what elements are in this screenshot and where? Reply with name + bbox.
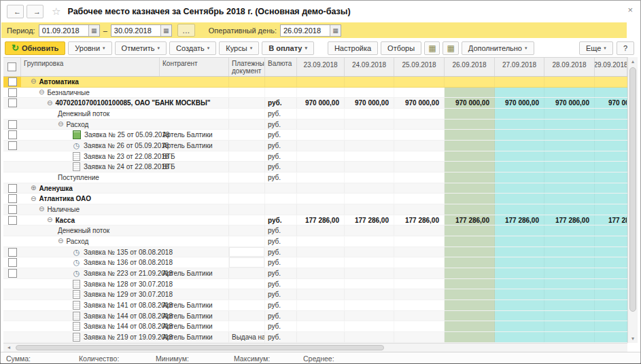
row-checkbox[interactable] [8, 98, 17, 107]
table-row[interactable]: ⊖Расходруб. [3, 236, 627, 247]
currency-cell: руб. [265, 257, 297, 268]
button-label: Обновить [22, 44, 58, 52]
expander-minus-icon[interactable]: ⊖ [39, 206, 44, 213]
table-row[interactable]: Заявка № 23 от 22.08.2018ВТБруб. [3, 151, 627, 162]
currency-cell: руб. [265, 311, 297, 321]
table-row[interactable]: ⊖Кассаруб.177 286,00177 286,00177 286,00… [3, 215, 627, 226]
filters-button[interactable]: Отборы [381, 41, 421, 55]
expander-minus-icon[interactable]: ⊖ [39, 89, 44, 96]
value-text: 177 286,00 [595, 217, 627, 224]
scroll-up-icon[interactable]: ▴ [628, 57, 638, 66]
row-checkbox[interactable] [8, 194, 17, 203]
table-row[interactable]: ◷Заявка № 223 от 21.09.2018Артель Балтик… [3, 268, 627, 279]
mark-button[interactable]: Отметить▾ [115, 41, 167, 55]
row-checkbox[interactable] [8, 141, 17, 150]
levels-button[interactable]: Уровни▾ [68, 41, 111, 55]
create-button[interactable]: Создать▾ [169, 41, 216, 55]
table-row[interactable]: ⊕Аленушка [3, 183, 627, 194]
row-checkbox[interactable] [8, 88, 17, 97]
table-row[interactable]: Заявка № 25 от 05.09.2018Артель Балтикир… [3, 130, 627, 141]
close-icon[interactable]: × [627, 5, 633, 14]
table-row[interactable]: Заявка № 128 от 30.07.2018руб. [3, 279, 627, 290]
calendar-icon[interactable]: ▦ [88, 25, 99, 36]
row-checkbox[interactable] [8, 248, 17, 257]
table-row[interactable]: Заявка № 144 от 08.08.2018Артель Балтики… [3, 311, 627, 322]
table-row[interactable]: Заявка № 129 от 30.07.2018руб. [3, 289, 627, 300]
value-cell-date-0: 970 000,00 [297, 98, 345, 108]
nav-forward-button[interactable]: → [27, 5, 44, 18]
value-cell-date-5 [544, 194, 595, 204]
table-row[interactable]: ⊖Автоматика [3, 77, 627, 88]
to-payment-button[interactable]: В оплату▾ [262, 41, 314, 55]
scroll-down-icon[interactable]: ▾ [628, 334, 638, 343]
value-cell-date-6 [595, 183, 627, 194]
value-cell-date-2 [394, 225, 445, 236]
select-all-checkbox[interactable] [7, 62, 16, 71]
variant-settings-button[interactable]: ▦ [443, 41, 458, 55]
more-button[interactable]: Еще▾ [579, 41, 613, 55]
table-row[interactable]: Заявка № 219 от 19.09.2018Артель Балтики… [3, 332, 627, 343]
table-row[interactable]: ⊖40702010700100100085, ОАО "БАНК МОСКВЫ"… [3, 98, 627, 109]
counterparty-cell [160, 194, 229, 204]
expander-minus-icon[interactable]: ⊖ [58, 238, 63, 244]
favorite-star-icon[interactable]: ☆ [52, 5, 60, 18]
refresh-button[interactable]: ↻Обновить [5, 41, 65, 55]
table-row[interactable]: ◷Заявка № 26 от 05.09.2018Артель Балтики… [3, 141, 627, 151]
row-checkbox[interactable] [8, 77, 17, 86]
horizontal-scrollbar-thumb[interactable] [16, 345, 384, 350]
row-checkbox[interactable] [8, 269, 17, 278]
period-from-input[interactable] [39, 25, 88, 36]
group-cell: Заявка № 144 от 08.08.2018 [21, 311, 160, 321]
table-row[interactable]: Заявка № 24 от 22.08.2018ВТБруб. [3, 162, 627, 172]
period-ellipsis-button[interactable]: ... [177, 24, 195, 37]
value-cell-date-2 [394, 130, 445, 140]
calendar-icon[interactable]: ▦ [330, 25, 341, 36]
period-to-input[interactable] [111, 25, 160, 36]
value-cell-date-5 [544, 204, 595, 215]
value-cell-date-6 [595, 279, 627, 289]
counterparty-cell [160, 109, 229, 119]
row-checkbox[interactable] [8, 130, 17, 139]
horizontal-scrollbar[interactable]: ◂ [3, 343, 627, 352]
expander-minus-icon[interactable]: ⊖ [47, 100, 52, 107]
table-row[interactable]: Денежный потокруб. [3, 109, 627, 120]
counterparty-cell [160, 236, 229, 247]
save-variant-button[interactable]: ▦ [424, 41, 440, 55]
vertical-scrollbar[interactable]: ▴ ▾ [627, 57, 638, 343]
scroll-left-icon[interactable]: ◂ [5, 344, 13, 352]
group-label: Заявка № 25 от 05.09.2018 [84, 131, 169, 139]
table-row[interactable]: Поступлениеруб. [3, 172, 627, 183]
operational-day-input[interactable] [281, 25, 330, 36]
nav-back-button[interactable]: ← [7, 5, 24, 18]
help-button[interactable]: ? [617, 41, 634, 55]
table-row[interactable]: ⊖Безналичные [3, 88, 627, 98]
table-row[interactable]: ◷Заявка № 136 от 08.08.2018руб. [3, 257, 627, 268]
expander-minus-icon[interactable]: ⊖ [47, 217, 52, 223]
row-checkbox-cell [3, 289, 21, 299]
rates-button[interactable]: Курсы▾ [219, 41, 259, 55]
payment-document-cell[interactable] [229, 257, 265, 268]
value-cell-date-3 [445, 279, 495, 289]
row-checkbox[interactable] [8, 216, 17, 225]
expander-minus-icon[interactable]: ⊖ [31, 78, 36, 85]
row-checkbox[interactable] [8, 258, 17, 267]
table-row[interactable]: ⊖Наличные [3, 204, 627, 215]
more-actions-button[interactable]: Дополнительно▾ [462, 41, 534, 55]
table-row[interactable]: ⊖Атлантика ОАО [3, 194, 627, 204]
table-body: ⊖Автоматика⊖Безналичные⊖4070201070010010… [3, 77, 627, 343]
vertical-scrollbar-thumb[interactable] [629, 67, 636, 312]
expander-plus-icon[interactable]: ⊕ [31, 185, 36, 192]
expander-minus-icon[interactable]: ⊖ [31, 196, 36, 202]
calendar-icon[interactable]: ▦ [160, 25, 171, 36]
table-row[interactable]: ◷Заявка № 135 от 08.08.2018руб. [3, 247, 627, 258]
row-checkbox[interactable] [8, 205, 17, 214]
table-row[interactable]: ⊖Расходруб. [3, 120, 627, 130]
table-row[interactable]: Денежный потокруб. [3, 225, 627, 236]
expander-minus-icon[interactable]: ⊖ [58, 121, 63, 128]
payment-document-cell[interactable] [229, 247, 265, 257]
settings-button[interactable]: Настройка [328, 41, 378, 55]
row-checkbox[interactable] [8, 184, 17, 193]
table-row[interactable]: Заявка № 141 от 08.08.2018Артель Балтики… [3, 300, 627, 311]
row-checkbox[interactable] [8, 120, 17, 129]
table-row[interactable]: Заявка № 144 от 08.08.2018Артель Балтики… [3, 321, 627, 332]
